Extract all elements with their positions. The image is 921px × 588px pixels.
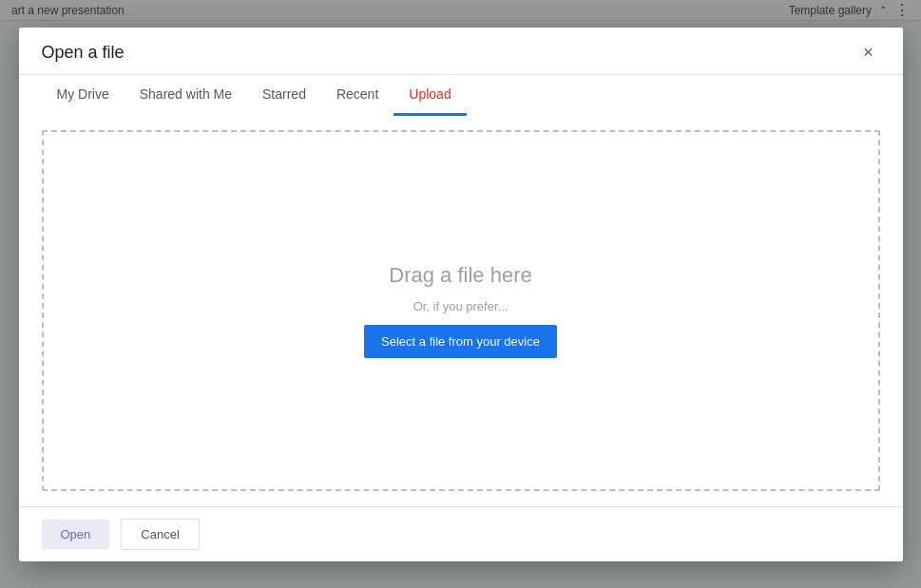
tab-recent[interactable]: Recent [321,75,393,116]
tab-upload[interactable]: Upload [393,75,466,116]
tab-bar: My Drive Shared with Me Starred Recent U… [19,75,903,115]
open-button[interactable]: Open [42,520,110,549]
dialog-header: Open a file × [19,28,903,75]
dialog-footer: Open Cancel [19,506,903,561]
or-text: Or, if you prefer... [413,299,508,313]
tab-my-drive[interactable]: My Drive [42,75,125,116]
dialog-title: Open a file [42,43,125,74]
drag-text: Drag a file here [389,263,531,288]
close-button[interactable]: × [857,47,880,69]
tab-starred[interactable]: Starred [247,75,321,116]
cancel-button[interactable]: Cancel [121,519,199,550]
tab-shared-with-me[interactable]: Shared with Me [125,75,247,116]
drop-zone[interactable]: Drag a file here Or, if you prefer... Se… [42,130,880,491]
dialog-body: Drag a file here Or, if you prefer... Se… [19,115,903,506]
open-file-dialog: Open a file × My Drive Shared with Me St… [19,28,903,561]
select-file-button[interactable]: Select a file from your device [364,325,557,358]
modal-overlay: Open a file × My Drive Shared with Me St… [0,0,921,588]
